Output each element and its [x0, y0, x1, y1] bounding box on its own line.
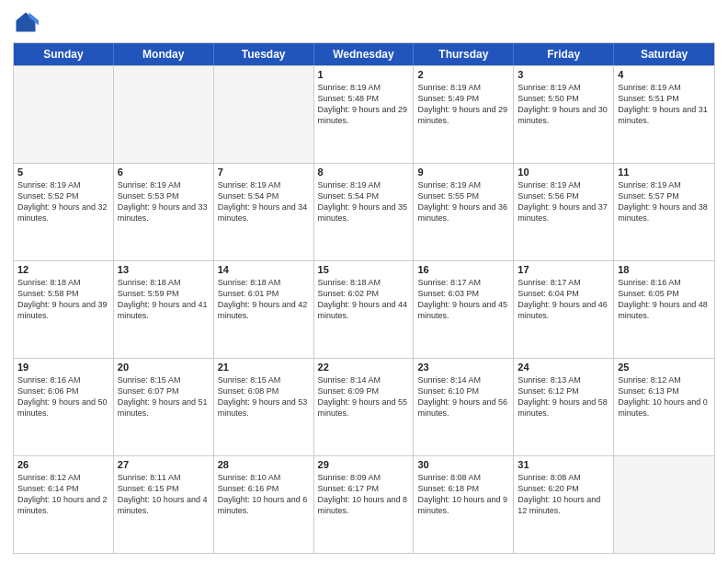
sunset-text: Sunset: 6:18 PM [417, 484, 479, 493]
day-number: 13 [118, 264, 210, 275]
day-number: 29 [318, 459, 410, 470]
daylight-text: Daylight: 9 hours and 36 minutes. [417, 202, 507, 223]
day-cell-2: 2Sunrise: 8:19 AMSunset: 5:49 PMDaylight… [414, 66, 514, 163]
day-number: 15 [318, 264, 410, 275]
calendar-header: SundayMondayTuesdayWednesdayThursdayFrid… [14, 43, 714, 65]
sunrise-text: Sunrise: 8:19 AM [518, 180, 581, 190]
daylight-text: Daylight: 9 hours and 44 minutes. [318, 300, 408, 320]
sunrise-text: Sunrise: 8:19 AM [17, 180, 81, 190]
sunrise-text: Sunrise: 8:19 AM [417, 83, 481, 92]
daylight-text: Daylight: 10 hours and 0 minutes. [618, 397, 708, 418]
daylight-text: Daylight: 9 hours and 50 minutes. [17, 397, 108, 418]
empty-cell [614, 456, 714, 553]
daylight-text: Daylight: 9 hours and 31 minutes. [618, 105, 708, 125]
day-number: 25 [618, 362, 711, 373]
cell-info: Sunrise: 8:19 AMSunset: 5:55 PMDaylight:… [417, 179, 509, 224]
sunset-text: Sunset: 6:12 PM [518, 386, 579, 396]
day-cell-22: 22Sunrise: 8:14 AMSunset: 6:09 PMDayligh… [314, 359, 415, 455]
sunrise-text: Sunrise: 8:18 AM [318, 278, 381, 287]
sunset-text: Sunset: 6:08 PM [218, 386, 279, 396]
day-number: 11 [618, 167, 711, 178]
sunset-text: Sunset: 5:57 PM [618, 191, 679, 201]
day-cell-18: 18Sunrise: 8:16 AMSunset: 6:05 PMDayligh… [614, 261, 714, 358]
sunset-text: Sunset: 6:03 PM [417, 289, 479, 298]
day-cell-23: 23Sunrise: 8:14 AMSunset: 6:10 PMDayligh… [414, 359, 514, 455]
sunrise-text: Sunrise: 8:14 AM [417, 375, 481, 385]
sunset-text: Sunset: 6:14 PM [17, 484, 79, 493]
daylight-text: Daylight: 10 hours and 2 minutes. [17, 495, 108, 515]
cell-info: Sunrise: 8:14 AMSunset: 6:10 PMDaylight:… [417, 374, 509, 419]
day-cell-17: 17Sunrise: 8:17 AMSunset: 6:04 PMDayligh… [514, 261, 614, 358]
sunset-text: Sunset: 6:05 PM [618, 289, 679, 298]
sunrise-text: Sunrise: 8:12 AM [17, 473, 81, 482]
daylight-text: Daylight: 9 hours and 32 minutes. [17, 202, 108, 223]
daylight-text: Daylight: 9 hours and 41 minutes. [118, 300, 208, 320]
day-cell-19: 19Sunrise: 8:16 AMSunset: 6:06 PMDayligh… [14, 359, 114, 455]
day-number: 28 [218, 459, 310, 470]
cell-info: Sunrise: 8:18 AMSunset: 6:01 PMDaylight:… [218, 277, 310, 322]
daylight-text: Daylight: 9 hours and 48 minutes. [618, 300, 708, 320]
calendar-body: 1Sunrise: 8:19 AMSunset: 5:48 PMDaylight… [14, 65, 714, 553]
svg-marker-0 [17, 13, 36, 32]
day-cell-8: 8Sunrise: 8:19 AMSunset: 5:54 PMDaylight… [314, 164, 415, 260]
day-number: 3 [518, 69, 609, 80]
day-cell-9: 9Sunrise: 8:19 AMSunset: 5:55 PMDaylight… [414, 164, 514, 260]
cell-info: Sunrise: 8:16 AMSunset: 6:06 PMDaylight:… [17, 374, 109, 419]
sunrise-text: Sunrise: 8:18 AM [218, 278, 281, 287]
sunrise-text: Sunrise: 8:12 AM [618, 375, 681, 385]
day-number: 24 [518, 362, 609, 373]
sunset-text: Sunset: 6:02 PM [318, 289, 380, 298]
sunset-text: Sunset: 6:13 PM [618, 386, 679, 396]
day-cell-30: 30Sunrise: 8:08 AMSunset: 6:18 PMDayligh… [414, 456, 514, 553]
daylight-text: Daylight: 9 hours and 37 minutes. [518, 202, 608, 223]
sunrise-text: Sunrise: 8:16 AM [17, 375, 81, 385]
sunset-text: Sunset: 5:55 PM [417, 191, 479, 201]
sunrise-text: Sunrise: 8:17 AM [417, 278, 481, 287]
logo [13, 9, 42, 35]
day-cell-14: 14Sunrise: 8:18 AMSunset: 6:01 PMDayligh… [214, 261, 314, 358]
day-cell-20: 20Sunrise: 8:15 AMSunset: 6:07 PMDayligh… [114, 359, 214, 455]
day-header-friday: Friday [514, 43, 614, 65]
daylight-text: Daylight: 10 hours and 12 minutes. [518, 495, 600, 515]
sunrise-text: Sunrise: 8:09 AM [318, 473, 381, 482]
day-header-monday: Monday [114, 43, 214, 65]
day-header-tuesday: Tuesday [214, 43, 314, 65]
sunrise-text: Sunrise: 8:18 AM [118, 278, 181, 287]
daylight-text: Daylight: 9 hours and 30 minutes. [518, 105, 608, 125]
day-number: 22 [318, 362, 410, 373]
day-number: 16 [417, 264, 509, 275]
day-number: 10 [518, 167, 609, 178]
cell-info: Sunrise: 8:09 AMSunset: 6:17 PMDaylight:… [318, 472, 410, 517]
sunrise-text: Sunrise: 8:19 AM [618, 83, 681, 92]
sunset-text: Sunset: 6:07 PM [118, 386, 179, 396]
day-number: 8 [318, 167, 410, 178]
daylight-text: Daylight: 9 hours and 35 minutes. [318, 202, 408, 223]
sunrise-text: Sunrise: 8:08 AM [417, 473, 481, 482]
daylight-text: Daylight: 9 hours and 29 minutes. [318, 105, 408, 125]
day-number: 14 [218, 264, 310, 275]
sunrise-text: Sunrise: 8:19 AM [118, 180, 181, 190]
week-row-2: 12Sunrise: 8:18 AMSunset: 5:58 PMDayligh… [14, 260, 714, 358]
day-number: 26 [17, 459, 109, 470]
sunset-text: Sunset: 6:15 PM [118, 484, 179, 493]
day-number: 18 [618, 264, 711, 275]
day-number: 7 [218, 167, 310, 178]
daylight-text: Daylight: 9 hours and 29 minutes. [417, 105, 507, 125]
logo-icon [13, 9, 39, 35]
day-number: 20 [118, 362, 210, 373]
daylight-text: Daylight: 9 hours and 34 minutes. [218, 202, 308, 223]
cell-info: Sunrise: 8:08 AMSunset: 6:18 PMDaylight:… [417, 472, 509, 517]
cell-info: Sunrise: 8:16 AMSunset: 6:05 PMDaylight:… [618, 277, 711, 322]
cell-info: Sunrise: 8:18 AMSunset: 5:59 PMDaylight:… [118, 277, 210, 322]
day-cell-10: 10Sunrise: 8:19 AMSunset: 5:56 PMDayligh… [514, 164, 614, 260]
cell-info: Sunrise: 8:15 AMSunset: 6:08 PMDaylight:… [218, 374, 310, 419]
daylight-text: Daylight: 9 hours and 46 minutes. [518, 300, 608, 320]
day-cell-3: 3Sunrise: 8:19 AMSunset: 5:50 PMDaylight… [514, 66, 614, 163]
sunset-text: Sunset: 5:59 PM [118, 289, 179, 298]
day-cell-27: 27Sunrise: 8:11 AMSunset: 6:15 PMDayligh… [114, 456, 214, 553]
sunset-text: Sunset: 6:04 PM [518, 289, 579, 298]
daylight-text: Daylight: 10 hours and 8 minutes. [318, 495, 408, 515]
day-number: 27 [118, 459, 210, 470]
sunset-text: Sunset: 5:52 PM [17, 191, 79, 201]
sunset-text: Sunset: 5:58 PM [17, 289, 79, 298]
